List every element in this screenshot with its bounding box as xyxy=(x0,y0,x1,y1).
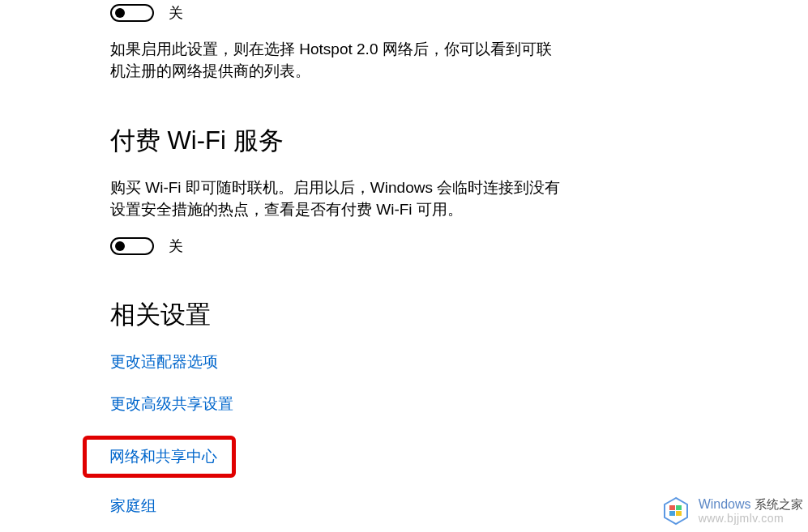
paid-wifi-heading: 付费 Wi-Fi 服务 xyxy=(110,124,808,158)
link-change-adapter[interactable]: 更改适配器选项 xyxy=(110,351,218,372)
watermark-title: Windows 系统之家 xyxy=(699,496,803,512)
hotspot-description: 如果启用此设置，则在选择 Hotspot 2.0 网络后，你可以看到可联机注册的… xyxy=(110,39,564,82)
watermark: Windows 系统之家 www.bjjmlv.com xyxy=(660,496,803,526)
watermark-text: Windows 系统之家 www.bjjmlv.com xyxy=(699,496,803,526)
watermark-brand-cn: 系统之家 xyxy=(755,497,803,511)
hotspot-toggle-row: 关 xyxy=(110,3,808,23)
svg-rect-1 xyxy=(676,505,682,510)
link-advanced-sharing[interactable]: 更改高级共享设置 xyxy=(110,394,233,415)
related-settings-heading: 相关设置 xyxy=(110,298,808,332)
toggle-knob-icon xyxy=(115,241,125,251)
paid-wifi-description: 购买 Wi-Fi 即可随时联机。启用以后，Windows 会临时连接到没有设置安… xyxy=(110,177,564,220)
paid-wifi-toggle-label: 关 xyxy=(169,236,183,256)
hotspot-toggle[interactable] xyxy=(110,4,154,22)
svg-rect-3 xyxy=(676,511,682,516)
svg-rect-0 xyxy=(669,505,675,510)
watermark-url: www.bjjmlv.com xyxy=(699,512,803,526)
highlight-annotation: 网络和共享中心 xyxy=(83,436,236,478)
link-network-sharing-center[interactable]: 网络和共享中心 xyxy=(109,446,217,467)
svg-rect-2 xyxy=(669,511,675,516)
hotspot-toggle-label: 关 xyxy=(169,3,183,23)
toggle-knob-icon xyxy=(115,8,125,18)
paid-wifi-toggle[interactable] xyxy=(110,237,154,255)
link-homegroup[interactable]: 家庭组 xyxy=(110,496,156,517)
watermark-brand-en: Windows xyxy=(699,497,751,511)
paid-wifi-toggle-row: 关 xyxy=(110,236,808,256)
windows-logo-icon xyxy=(660,496,692,526)
